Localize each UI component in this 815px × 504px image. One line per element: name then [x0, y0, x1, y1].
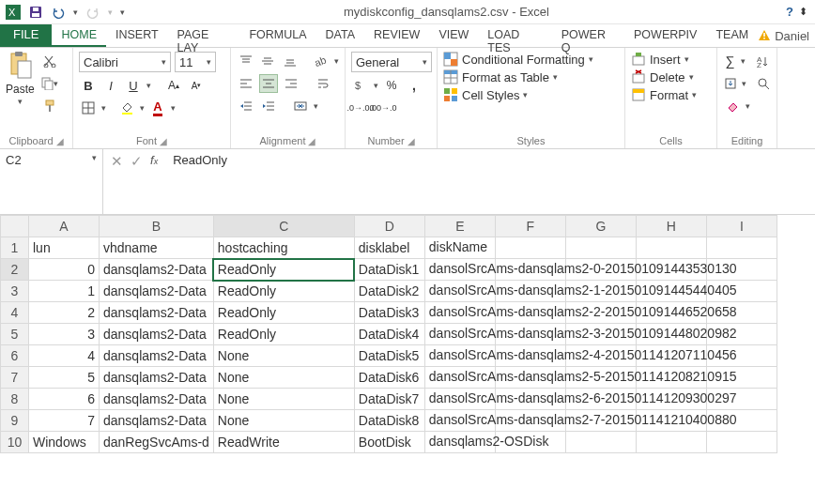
border-button[interactable] — [79, 99, 98, 117]
merge-dropdown-icon[interactable]: ▾ — [314, 101, 318, 111]
cell[interactable]: 6 — [29, 389, 100, 410]
cell[interactable]: dansqlams2-Data — [100, 259, 214, 281]
paste-dropdown-icon[interactable]: ▾ — [18, 97, 23, 106]
cancel-edit-button[interactable]: ✕ — [111, 153, 123, 170]
merge-button[interactable] — [291, 97, 310, 115]
cell[interactable]: dansqlams2-Data — [100, 281, 214, 302]
bold-button[interactable]: B — [79, 76, 98, 95]
cell[interactable]: dansolSrcAms-dansqlams2-5-20150114120821… — [424, 367, 495, 389]
paste-button[interactable]: Paste ▾ — [6, 52, 35, 106]
cell[interactable]: 1 — [29, 281, 100, 302]
fill-dropdown-icon[interactable]: ▾ — [140, 103, 145, 113]
cell[interactable]: dansqlams2-Data — [100, 410, 214, 432]
row-head[interactable]: 8 — [1, 389, 29, 410]
col-head-G[interactable]: G — [565, 216, 636, 237]
undo-icon[interactable] — [51, 5, 66, 20]
tab-data[interactable]: DATA — [316, 24, 364, 47]
cell[interactable]: DataDisk7 — [354, 389, 424, 410]
cell[interactable]: 0 — [29, 259, 100, 281]
cell[interactable]: BootDisk — [354, 432, 424, 453]
align-top-button[interactable] — [237, 52, 255, 70]
cell[interactable]: DataDisk3 — [354, 302, 424, 324]
copy-button[interactable]: ▾ — [40, 74, 59, 93]
col-head-E[interactable]: E — [424, 216, 495, 237]
cell[interactable]: DataDisk8 — [354, 410, 424, 432]
cell[interactable]: hostcaching — [213, 237, 354, 259]
cell[interactable]: disklabel — [354, 237, 424, 259]
row-head[interactable]: 1 — [1, 237, 29, 259]
redo-dropdown-icon[interactable]: ▾ — [108, 8, 113, 17]
cell[interactable]: None — [213, 389, 354, 410]
cell[interactable]: dansqlams2-OSDisk — [424, 432, 495, 453]
cell[interactable]: DataDisk4 — [354, 324, 424, 345]
cell[interactable]: dansolSrcAms-dansqlams2-1-20150109144544… — [424, 281, 495, 302]
cell[interactable]: vhdname — [100, 237, 214, 259]
underline-dropdown-icon[interactable]: ▾ — [146, 81, 151, 90]
italic-button[interactable]: I — [101, 76, 120, 95]
align-left-button[interactable] — [237, 74, 255, 93]
border-dropdown-icon[interactable]: ▾ — [101, 103, 106, 113]
row-head[interactable]: 5 — [1, 324, 29, 345]
fill-dropdown2-icon[interactable]: ▾ — [742, 79, 746, 88]
cell[interactable]: DataDisk6 — [354, 367, 424, 389]
number-format-select[interactable]: General▾ — [351, 52, 432, 72]
delete-cells-button[interactable]: Delete▾ — [631, 69, 711, 84]
cell[interactable] — [706, 237, 777, 259]
conditional-formatting-button[interactable]: Conditional Formatting▾ — [443, 52, 619, 67]
decrease-indent-button[interactable] — [237, 97, 255, 115]
cell[interactable] — [636, 237, 706, 259]
clipboard-dialog-launcher-icon[interactable]: ◢ — [56, 136, 64, 146]
font-dialog-launcher-icon[interactable]: ◢ — [160, 136, 167, 146]
cell-styles-button[interactable]: Cell Styles▾ — [443, 87, 619, 102]
tab-file[interactable]: FILE — [0, 24, 52, 47]
wrap-text-button[interactable] — [314, 74, 332, 93]
cell[interactable]: 5 — [29, 367, 100, 389]
name-box[interactable]: C2 ▾ — [0, 149, 103, 214]
orientation-dropdown-icon[interactable]: ▾ — [334, 56, 339, 66]
cell[interactable]: dansolSrcAms-dansqlams2-7-20150114121040… — [424, 410, 495, 432]
fontcolor-dropdown-icon[interactable]: ▾ — [171, 103, 176, 113]
clear-dropdown-icon[interactable]: ▾ — [746, 101, 750, 111]
formula-input[interactable]: ReadOnly — [165, 149, 815, 214]
ribbon-display-icon[interactable]: ⬍ — [799, 6, 807, 18]
row-head[interactable]: 6 — [1, 345, 29, 367]
cell[interactable]: None — [213, 367, 354, 389]
cell[interactable]: 3 — [29, 324, 100, 345]
cell[interactable]: ReadWrite — [213, 432, 354, 453]
increase-decimal-button[interactable]: .0→.00 — [351, 99, 370, 117]
col-head-D[interactable]: D — [354, 216, 424, 237]
undo-dropdown-icon[interactable]: ▾ — [73, 8, 78, 17]
redo-icon[interactable] — [85, 5, 100, 20]
tab-insert[interactable]: INSERT — [106, 24, 168, 47]
row-head[interactable]: 4 — [1, 302, 29, 324]
cell[interactable]: lun — [29, 237, 100, 259]
cell[interactable]: danRegSvcAms-d — [100, 432, 214, 453]
row-head[interactable]: 10 — [1, 432, 29, 453]
col-head-I[interactable]: I — [706, 216, 777, 237]
cell[interactable]: ReadOnly — [213, 324, 354, 345]
insert-cells-button[interactable]: Insert▾ — [631, 52, 711, 67]
alignment-dialog-launcher-icon[interactable]: ◢ — [308, 136, 315, 146]
col-head-C[interactable]: C — [213, 216, 354, 237]
cell[interactable]: Windows — [29, 432, 100, 453]
row-head[interactable]: 2 — [1, 259, 29, 281]
format-as-table-button[interactable]: Format as Table▾ — [443, 69, 619, 84]
help-icon[interactable]: ? — [786, 5, 793, 19]
cell[interactable]: dansqlams2-Data — [100, 302, 214, 324]
row-head[interactable]: 3 — [1, 281, 29, 302]
accounting-button[interactable]: $ — [351, 76, 370, 95]
orientation-button[interactable]: ab — [312, 52, 331, 70]
confirm-edit-button[interactable]: ✓ — [131, 153, 143, 170]
cell[interactable]: dansolSrcAms-dansqlams2-6-20150114120930… — [424, 389, 495, 410]
cell[interactable]: DataDisk1 — [354, 259, 424, 281]
cell[interactable]: DataDisk5 — [354, 345, 424, 367]
align-center-button[interactable] — [259, 74, 278, 93]
tab-home[interactable]: HOME — [52, 24, 106, 47]
worksheet-grid[interactable]: A B C D E F G H I 1 lun vhdname hostcach… — [0, 215, 815, 453]
cell[interactable]: DataDisk2 — [354, 281, 424, 302]
accounting-dropdown-icon[interactable]: ▾ — [374, 81, 378, 90]
tab-powerpivot[interactable]: POWERPIV — [624, 24, 706, 47]
tab-powerq[interactable]: POWER Q — [552, 24, 624, 47]
find-button[interactable] — [756, 74, 771, 93]
cell[interactable]: 7 — [29, 410, 100, 432]
